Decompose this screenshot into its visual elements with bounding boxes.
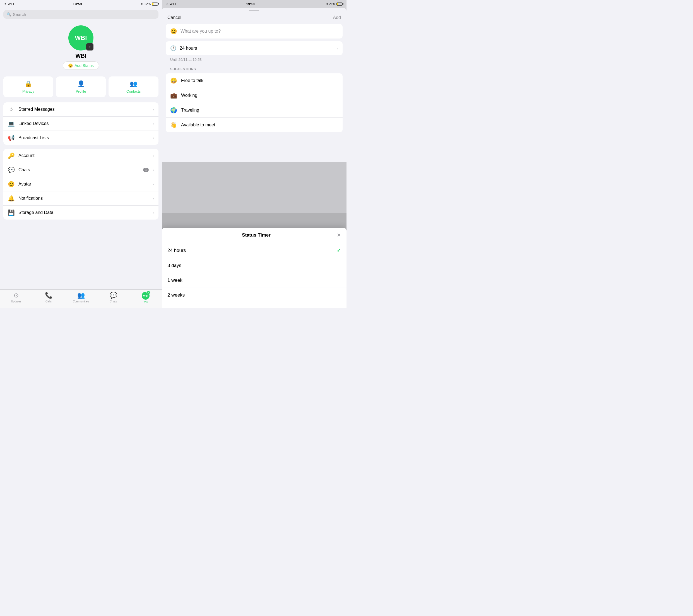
available-label: Available to meet bbox=[181, 122, 215, 127]
working-label: Working bbox=[181, 93, 197, 98]
left-status-bar: ✈ WiFi 19:53 ⊕ 22% bbox=[0, 0, 162, 8]
location-icon-right: ⊕ bbox=[325, 2, 328, 6]
tab-updates[interactable]: ⊙ Updates bbox=[0, 292, 32, 303]
account-item[interactable]: 🔑 Account › bbox=[3, 149, 158, 163]
quick-actions: 🔒 Privacy 👤 Profile 👥 Contacts bbox=[3, 76, 158, 97]
broadcast-lists-item[interactable]: 📢 Broadcast Lists › bbox=[3, 131, 158, 145]
option-24hours[interactable]: 24 hours ✓ bbox=[162, 243, 346, 258]
checkmark-icon: ✓ bbox=[337, 247, 341, 254]
you-label: You bbox=[143, 300, 148, 303]
option-24hours-label: 24 hours bbox=[167, 248, 186, 253]
right-battery-percent: 21% bbox=[329, 2, 335, 5]
smiley-icon: 😊 bbox=[68, 63, 73, 68]
megaphone-icon: 📢 bbox=[8, 135, 15, 141]
communities-label: Communities bbox=[73, 300, 89, 303]
emoji-globe: 🌍 bbox=[170, 107, 177, 114]
option-3days[interactable]: 3 days bbox=[162, 258, 346, 273]
avatar-label: Avatar bbox=[18, 182, 149, 187]
profile-section: WBI ⊞ WBI 😊 Add Status bbox=[0, 21, 162, 73]
suggestion-available[interactable]: 👋 Available to meet bbox=[166, 118, 342, 132]
battery-icon bbox=[152, 2, 158, 5]
add-status-button[interactable]: 😊 Add Status bbox=[63, 61, 99, 70]
qr-icon: ⊞ bbox=[88, 45, 91, 49]
privacy-button[interactable]: 🔒 Privacy bbox=[3, 76, 53, 97]
option-1week[interactable]: 1 week bbox=[162, 273, 346, 288]
chevron-icon-6: › bbox=[153, 182, 154, 186]
suggestion-working[interactable]: 💼 Working bbox=[166, 88, 342, 103]
avatar-text: WBI bbox=[75, 34, 87, 42]
updates-label: Updates bbox=[11, 300, 21, 303]
timer-modal-title: Status Timer bbox=[242, 232, 271, 238]
timer-modal-header: Status Timer ✕ bbox=[162, 228, 346, 243]
wifi-icon-right: WiFi bbox=[170, 2, 176, 5]
chevron-icon-4: › bbox=[153, 154, 154, 158]
storage-icon: 💾 bbox=[8, 209, 15, 216]
timer-value: 24 hours bbox=[180, 46, 333, 51]
notifications-label: Notifications bbox=[18, 196, 149, 201]
profile-label: Profile bbox=[76, 89, 86, 94]
right-sb-right: ⊕ 21% bbox=[325, 2, 342, 6]
search-icon: 🔍 bbox=[7, 12, 11, 17]
laptop-icon: 💻 bbox=[8, 120, 15, 127]
avatar-icon: 😊 bbox=[8, 181, 15, 187]
chevron-icon-3: › bbox=[153, 136, 154, 140]
free-to-talk-label: Free to talk bbox=[181, 78, 203, 83]
avatar-item[interactable]: 😊 Avatar › bbox=[3, 177, 158, 192]
emoji-briefcase: 💼 bbox=[170, 92, 177, 99]
storage-item[interactable]: 💾 Storage and Data › bbox=[3, 205, 158, 220]
status-bar-right: ⊕ 22% bbox=[141, 2, 158, 6]
qr-badge[interactable]: ⊞ bbox=[86, 43, 94, 51]
sheet-header: Cancel Add bbox=[162, 11, 346, 24]
tab-chats[interactable]: 💬 Chats bbox=[97, 292, 130, 303]
search-bar[interactable]: 🔍 Search bbox=[3, 10, 158, 19]
option-3days-label: 3 days bbox=[167, 263, 181, 269]
option-2weeks[interactable]: 2 weeks bbox=[162, 288, 346, 302]
updates-icon: ⊙ bbox=[14, 292, 19, 299]
suggestion-traveling[interactable]: 🌍 Traveling bbox=[166, 103, 342, 118]
chat-icon: 💬 bbox=[8, 166, 15, 173]
broadcast-label: Broadcast Lists bbox=[18, 135, 149, 140]
right-status-bar: ✈ WiFi 19:53 ⊕ 21% bbox=[162, 0, 346, 8]
chevron-icon-8: › bbox=[153, 210, 154, 215]
calls-label: Calls bbox=[45, 300, 52, 303]
suggestions-label: SUGGESTIONS bbox=[162, 65, 346, 73]
chats-item[interactable]: 💬 Chats 1 › bbox=[3, 163, 158, 177]
notifications-item[interactable]: 🔔 Notifications › bbox=[3, 192, 158, 205]
suggestions-list: 😄 Free to talk 💼 Working 🌍 Traveling 👋 A… bbox=[166, 73, 342, 132]
status-input-row[interactable]: 😊 What are you up to? bbox=[166, 24, 342, 39]
status-timer-modal: Status Timer ✕ 24 hours ✓ 3 days 1 week … bbox=[162, 228, 346, 308]
profile-button[interactable]: 👤 Profile bbox=[56, 76, 106, 97]
traveling-label: Traveling bbox=[181, 108, 199, 113]
phone-icon: 📞 bbox=[45, 292, 53, 299]
linked-devices-item[interactable]: 💻 Linked Devices › bbox=[3, 117, 158, 131]
chevron-icon: › bbox=[153, 107, 154, 112]
suggestion-free-to-talk[interactable]: 😄 Free to talk bbox=[166, 73, 342, 88]
avatar-container: WBI ⊞ bbox=[68, 25, 94, 51]
contacts-button[interactable]: 👥 Contacts bbox=[108, 76, 158, 97]
lock-icon: 🔒 bbox=[24, 80, 32, 87]
profile-name: WBI bbox=[76, 53, 86, 59]
starred-messages-label: Starred Messages bbox=[18, 107, 149, 112]
cancel-button[interactable]: Cancel bbox=[167, 15, 181, 20]
tab-communities[interactable]: 👥 Communities bbox=[65, 292, 97, 303]
close-button[interactable]: ✕ bbox=[337, 232, 341, 238]
chevron-icon-5: › bbox=[153, 168, 154, 172]
chevron-icon-7: › bbox=[153, 196, 154, 201]
bottom-tab-bar: ⊙ Updates 📞 Calls 👥 Communities 💬 Chats … bbox=[0, 289, 162, 308]
airplane-icon: ✈ bbox=[4, 2, 6, 6]
right-sb-left: ✈ WiFi bbox=[166, 2, 176, 6]
chevron-icon-2: › bbox=[153, 121, 154, 126]
timer-row[interactable]: 🕐 24 hours › bbox=[166, 41, 342, 55]
chats-badge: 1 bbox=[143, 168, 149, 172]
bell-icon: 🔔 bbox=[8, 195, 15, 202]
status-input[interactable]: What are you up to? bbox=[180, 29, 338, 34]
add-button[interactable]: Add bbox=[333, 15, 341, 20]
storage-label: Storage and Data bbox=[18, 210, 149, 215]
tab-calls[interactable]: 📞 Calls bbox=[32, 292, 65, 303]
left-panel: ✈ WiFi 19:53 ⊕ 22% 🔍 Search WBI ⊞ WBI 😊 bbox=[0, 0, 162, 308]
linked-devices-label: Linked Devices bbox=[18, 121, 149, 126]
star-icon: ☆ bbox=[8, 106, 15, 113]
clock-icon: 🕐 bbox=[170, 45, 176, 51]
tab-you[interactable]: WBI 1 You bbox=[130, 292, 162, 303]
starred-messages-item[interactable]: ☆ Starred Messages › bbox=[3, 102, 158, 117]
